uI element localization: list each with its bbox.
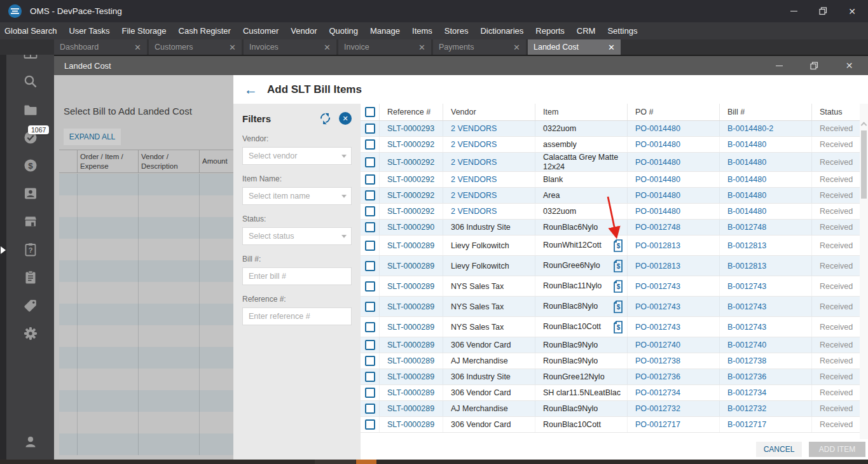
chevron-down-icon[interactable] <box>341 235 347 238</box>
menu-item[interactable]: Stores <box>444 26 469 36</box>
chevron-down-icon[interactable] <box>341 155 347 158</box>
bill-link[interactable]: B-0012736 <box>720 369 812 384</box>
po-link[interactable]: PO-0012740 <box>628 337 720 353</box>
table-row[interactable]: SLT-0000289 306 Vendor Card RounBlac10Co… <box>361 417 860 433</box>
tab[interactable]: Dashboard ✕ <box>54 39 147 55</box>
modal-minimize-icon[interactable] <box>762 56 797 75</box>
modal-restore-icon[interactable] <box>797 56 832 75</box>
flyout-arrow-icon[interactable] <box>1 246 6 254</box>
clipboard-list-icon[interactable] <box>23 270 38 285</box>
table-row[interactable]: SLT-0000289 AJ Merchandise RounBlac9Nylo… <box>361 353 860 369</box>
restore-icon[interactable] <box>808 0 837 22</box>
minimize-icon[interactable] <box>779 0 808 22</box>
reference-link[interactable]: SLT-0000289 <box>380 337 443 353</box>
menu-item[interactable]: User Tasks <box>69 26 109 36</box>
menu-item[interactable]: Manage <box>370 26 400 36</box>
table-row[interactable]: SLT-0000289 306 Industry Site RounGree12… <box>361 369 860 385</box>
reference-link[interactable]: SLT-0000292 <box>380 172 443 187</box>
menu-item[interactable]: Global Search <box>4 26 57 36</box>
table-row[interactable]: SLT-0000289 Lievy Folkowitch RounGree6Ny… <box>361 256 860 276</box>
menu-item[interactable]: Cash Register <box>179 26 231 36</box>
reference-link[interactable]: SLT-0000289 <box>380 401 443 416</box>
bill-link[interactable]: B-0012813 <box>720 236 812 255</box>
tab-close-icon[interactable]: ✕ <box>134 43 141 52</box>
store-icon[interactable] <box>23 214 38 229</box>
bill-link[interactable]: B-0012743 <box>720 276 812 296</box>
po-link[interactable]: PO-0012717 <box>628 417 720 432</box>
reference-link[interactable]: SLT-0000293 <box>380 121 443 136</box>
scroll-up-icon[interactable] <box>861 122 867 129</box>
po-link[interactable]: PO-0012734 <box>628 385 720 400</box>
reference-link[interactable]: SLT-0000292 <box>380 137 443 152</box>
reference-link[interactable]: SLT-0000289 <box>380 236 443 255</box>
menu-item[interactable]: Quoting <box>329 26 358 36</box>
po-link[interactable]: PO-0012736 <box>628 369 720 384</box>
table-row[interactable]: SLT-0000289 306 Vendor Card RounBlac9Nyl… <box>361 337 860 353</box>
bill-link[interactable]: B-0014480-2 <box>720 121 812 136</box>
refresh-icon[interactable] <box>320 113 331 124</box>
bill-link[interactable]: B-0012743 <box>720 297 812 316</box>
bill-link[interactable]: B-0014480 <box>720 172 812 187</box>
filter-input[interactable] <box>242 307 352 325</box>
reference-link[interactable]: SLT-0000289 <box>380 417 443 432</box>
bill-link[interactable]: B-0012734 <box>720 385 812 400</box>
bill-link[interactable]: B-0014480 <box>720 153 812 171</box>
menu-item[interactable]: Vendor <box>291 26 317 36</box>
bill-document-icon[interactable]: $ <box>613 300 624 313</box>
menu-item[interactable]: Settings <box>607 26 637 36</box>
row-checkbox[interactable] <box>365 139 375 150</box>
tab-close-icon[interactable]: ✕ <box>418 43 425 52</box>
row-checkbox[interactable] <box>365 222 375 232</box>
tab[interactable]: Invoices ✕ <box>244 39 336 55</box>
select-all-checkbox[interactable] <box>365 107 375 117</box>
expand-all-button[interactable]: EXPAND ALL <box>64 129 121 145</box>
table-row[interactable]: SLT-0000293 2 VENDORS 0322uom $ PO-00144… <box>361 121 860 137</box>
bill-document-icon[interactable]: $ <box>613 260 624 272</box>
reference-link[interactable]: SLT-0000289 <box>380 276 443 296</box>
reference-link[interactable]: SLT-0000290 <box>380 220 443 235</box>
po-link[interactable]: PO-0014480 <box>628 137 720 152</box>
row-checkbox[interactable] <box>365 261 375 271</box>
po-link[interactable]: PO-0012738 <box>628 353 720 369</box>
tag-icon[interactable] <box>23 298 38 313</box>
chevron-down-icon[interactable] <box>341 195 347 198</box>
po-link[interactable]: PO-0014480 <box>628 121 720 136</box>
table-row[interactable]: SLT-0000289 AJ Merchandise RounBlac9Nylo… <box>361 401 860 417</box>
row-checkbox[interactable] <box>365 174 375 185</box>
bill-document-icon[interactable]: $ <box>613 321 624 334</box>
po-link[interactable]: PO-0012748 <box>628 220 720 235</box>
tab-close-icon[interactable]: ✕ <box>324 43 331 52</box>
modal-close-icon[interactable]: ✕ <box>832 56 867 75</box>
tab-close-icon[interactable]: ✕ <box>513 43 520 52</box>
po-link[interactable]: PO-0012743 <box>628 317 720 337</box>
tab-close-icon[interactable]: ✕ <box>608 43 615 52</box>
reference-link[interactable]: SLT-0000292 <box>380 188 443 203</box>
po-link[interactable]: PO-0012732 <box>628 401 720 416</box>
menu-item[interactable]: Customer <box>243 26 279 36</box>
filter-input[interactable] <box>242 187 352 205</box>
row-checkbox[interactable] <box>365 404 375 414</box>
back-arrow-icon[interactable]: ← <box>244 83 258 96</box>
close-icon[interactable]: ✕ <box>837 0 867 22</box>
reference-link[interactable]: SLT-0000289 <box>380 317 443 337</box>
row-checkbox[interactable] <box>365 419 375 430</box>
row-checkbox[interactable] <box>365 190 375 200</box>
reference-link[interactable]: SLT-0000292 <box>380 153 443 171</box>
row-checkbox[interactable] <box>365 123 375 134</box>
table-row[interactable]: SLT-0000289 NYS Sales Tax RounBlac8Nylo … <box>361 297 860 317</box>
row-checkbox[interactable] <box>365 241 375 251</box>
gear-icon[interactable] <box>23 326 38 341</box>
reference-link[interactable]: SLT-0000289 <box>380 353 443 369</box>
menu-item[interactable]: Items <box>412 26 432 36</box>
bill-link[interactable]: B-0014480 <box>720 204 812 219</box>
po-link[interactable]: PO-0014480 <box>628 188 720 203</box>
menu-item[interactable]: Dictionaries <box>480 26 523 36</box>
po-link[interactable]: PO-0014480 <box>628 172 720 187</box>
contact-card-icon[interactable] <box>23 186 38 201</box>
bill-link[interactable]: B-0012748 <box>720 220 812 235</box>
cancel-button[interactable]: CANCEL <box>756 442 802 457</box>
folder-icon[interactable] <box>23 102 38 117</box>
bill-link[interactable]: B-0014480 <box>720 188 812 203</box>
menu-item[interactable]: Reports <box>535 26 565 36</box>
bill-link[interactable]: B-0012743 <box>720 317 812 337</box>
